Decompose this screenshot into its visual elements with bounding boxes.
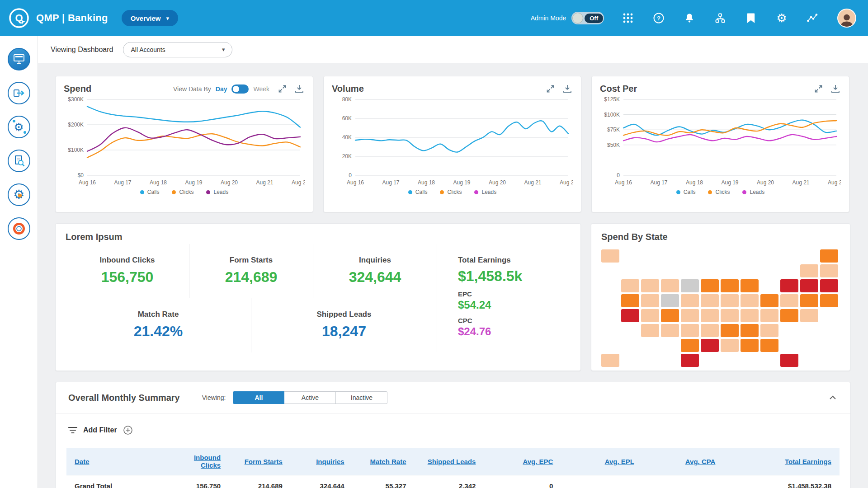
state-NY[interactable] bbox=[780, 279, 798, 292]
state-VA[interactable] bbox=[760, 309, 778, 322]
download-button[interactable] bbox=[295, 84, 305, 94]
column-header-avg-cpa[interactable]: Avg. CPA bbox=[642, 448, 724, 475]
column-header-shipped-leads[interactable]: Shipped Leads bbox=[414, 448, 484, 475]
legend-item-clicks[interactable]: Clicks bbox=[440, 189, 462, 195]
user-avatar[interactable] bbox=[837, 9, 856, 28]
state-AZ[interactable] bbox=[641, 324, 659, 337]
state-NV[interactable] bbox=[641, 294, 659, 307]
state-VT[interactable] bbox=[800, 264, 818, 277]
qmp-logo[interactable]: Q bbox=[8, 7, 30, 29]
column-header-match-rate[interactable]: Match Rate bbox=[353, 448, 415, 475]
legend-item-clicks[interactable]: Clicks bbox=[172, 189, 193, 195]
state-CT[interactable] bbox=[820, 294, 838, 307]
state-ND[interactable] bbox=[681, 279, 699, 292]
state-AK[interactable] bbox=[601, 249, 619, 263]
sidebar-item-transfer[interactable] bbox=[8, 82, 30, 104]
settings-button[interactable]: ⚙ bbox=[776, 12, 788, 24]
sidebar-item-dashboard[interactable] bbox=[8, 48, 30, 70]
expand-button[interactable] bbox=[278, 84, 288, 94]
overview-dropdown[interactable]: Overview ▾ bbox=[122, 10, 178, 26]
state-NH[interactable] bbox=[820, 264, 838, 277]
bookmark-button[interactable] bbox=[745, 12, 757, 24]
sidebar-item-integrations[interactable]: ⚙ bbox=[8, 116, 30, 138]
state-NJ[interactable] bbox=[800, 294, 818, 307]
expand-button[interactable] bbox=[546, 84, 556, 94]
analytics-share-button[interactable] bbox=[807, 12, 818, 24]
filter-all-button[interactable]: All bbox=[233, 391, 284, 404]
column-header-total-earnings[interactable]: Total Earnings bbox=[723, 448, 840, 475]
state-HI[interactable] bbox=[601, 354, 619, 367]
state-TN[interactable] bbox=[721, 324, 739, 337]
week-option[interactable]: Week bbox=[253, 85, 269, 93]
admin-mode-toggle[interactable]: Off bbox=[571, 12, 604, 24]
legend-item-leads[interactable]: Leads bbox=[206, 189, 228, 195]
notifications-button[interactable] bbox=[684, 12, 695, 24]
state-NE[interactable] bbox=[681, 309, 699, 322]
column-header-form-starts[interactable]: Form Starts bbox=[229, 448, 291, 475]
state-ID[interactable] bbox=[641, 279, 659, 292]
legend-item-calls[interactable]: Calls bbox=[140, 189, 160, 195]
sidebar-item-settings[interactable]: ⚙ bbox=[8, 183, 30, 206]
sitemap-button[interactable] bbox=[714, 12, 726, 24]
state-MO[interactable] bbox=[701, 309, 719, 322]
legend-item-clicks[interactable]: Clicks bbox=[708, 189, 730, 195]
state-ME[interactable] bbox=[820, 249, 838, 263]
state-NC[interactable] bbox=[741, 324, 759, 337]
state-MD[interactable] bbox=[780, 309, 798, 322]
filter-active-button[interactable]: Active bbox=[284, 391, 336, 404]
filter-inactive-button[interactable]: Inactive bbox=[336, 391, 387, 404]
legend-item-calls[interactable]: Calls bbox=[408, 189, 428, 195]
state-SC[interactable] bbox=[760, 324, 778, 337]
state-MI[interactable] bbox=[741, 279, 759, 292]
column-header-avg-epl[interactable]: Avg. EPL bbox=[561, 448, 642, 475]
download-button[interactable] bbox=[831, 84, 841, 94]
state-IN[interactable] bbox=[741, 294, 759, 307]
state-MS[interactable] bbox=[721, 339, 739, 352]
state-MA[interactable] bbox=[800, 279, 818, 292]
state-PA[interactable] bbox=[780, 294, 798, 307]
state-FL[interactable] bbox=[780, 354, 798, 367]
state-UT[interactable] bbox=[641, 309, 659, 322]
sidebar-item-support[interactable] bbox=[8, 217, 30, 240]
collapse-section-button[interactable] bbox=[828, 393, 838, 403]
apps-grid-button[interactable] bbox=[622, 12, 634, 24]
column-header-inbound-clicks[interactable]: Inbound Clicks bbox=[167, 448, 229, 475]
state-AR[interactable] bbox=[701, 324, 719, 337]
sidebar-item-audit[interactable] bbox=[8, 150, 30, 172]
state-WY[interactable] bbox=[661, 294, 679, 307]
day-option[interactable]: Day bbox=[216, 85, 227, 93]
state-OH[interactable] bbox=[760, 294, 778, 307]
state-DE[interactable] bbox=[800, 309, 818, 322]
state-LA[interactable] bbox=[701, 339, 719, 352]
state-TX[interactable] bbox=[681, 354, 699, 367]
state-WA[interactable] bbox=[621, 279, 639, 292]
state-CO[interactable] bbox=[661, 309, 679, 322]
state-GA[interactable] bbox=[760, 339, 778, 352]
state-CA[interactable] bbox=[621, 309, 639, 322]
state-KS[interactable] bbox=[681, 324, 699, 337]
state-IA[interactable] bbox=[701, 294, 719, 307]
state-WV[interactable] bbox=[741, 309, 759, 322]
legend-item-calls[interactable]: Calls bbox=[676, 189, 696, 195]
state-AL[interactable] bbox=[741, 339, 759, 352]
state-OK[interactable] bbox=[681, 339, 699, 352]
state-WI[interactable] bbox=[721, 279, 739, 292]
expand-button[interactable] bbox=[814, 84, 824, 94]
state-RI[interactable] bbox=[820, 279, 838, 292]
column-header-avg-epc[interactable]: Avg. EPC bbox=[484, 448, 561, 475]
state-NM[interactable] bbox=[661, 324, 679, 337]
accounts-dropdown[interactable]: All Accounts ▾ bbox=[123, 42, 232, 57]
state-KY[interactable] bbox=[721, 309, 739, 322]
add-filter-plus-button[interactable] bbox=[123, 425, 133, 435]
column-header-date[interactable]: Date bbox=[66, 448, 167, 475]
state-MT[interactable] bbox=[661, 279, 679, 292]
day-week-toggle[interactable] bbox=[231, 84, 249, 94]
state-IL[interactable] bbox=[721, 294, 739, 307]
state-OR[interactable] bbox=[621, 294, 639, 307]
state-MN[interactable] bbox=[701, 279, 719, 292]
legend-item-leads[interactable]: Leads bbox=[474, 189, 496, 195]
column-header-inquiries[interactable]: Inquiries bbox=[291, 448, 353, 475]
download-button[interactable] bbox=[563, 84, 573, 94]
state-SD[interactable] bbox=[681, 294, 699, 307]
help-button[interactable]: ? bbox=[653, 12, 665, 24]
